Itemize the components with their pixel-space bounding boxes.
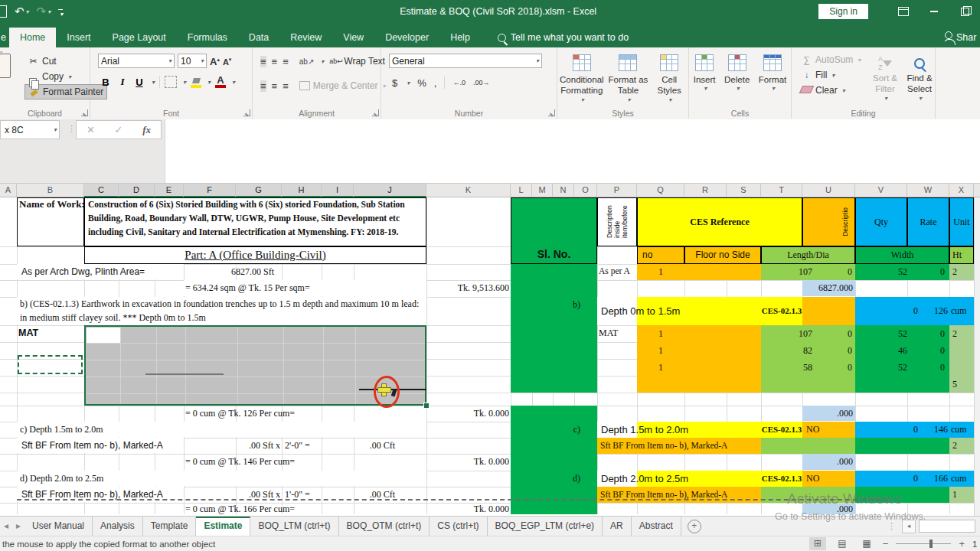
column-header-I[interactable]: I [322, 184, 354, 197]
cell[interactable] [802, 297, 855, 325]
alignment-dialog-launcher[interactable] [372, 109, 379, 116]
cell[interactable]: MAT [17, 325, 83, 341]
comma-button[interactable]: , [434, 77, 437, 89]
cell[interactable]: cum [949, 297, 974, 325]
cell[interactable]: Sft BF From Item no- b), Marked-A [17, 438, 184, 453]
customize-qat-button[interactable] [58, 9, 63, 20]
cell[interactable]: 0 [818, 264, 855, 280]
ribbon-display-options-button[interactable] [888, 0, 919, 23]
cell[interactable]: 1 [637, 359, 684, 376]
cell[interactable]: Tk. 9,513.600 [426, 280, 511, 296]
column-header-A[interactable]: A [0, 184, 17, 197]
cell[interactable]: Rate [907, 197, 949, 246]
sign-in-button[interactable]: Sign in [818, 4, 868, 19]
cell[interactable]: As per A [597, 264, 637, 279]
column-header-B[interactable]: B [17, 184, 84, 197]
zoom-out-button[interactable]: − [883, 538, 889, 549]
cell[interactable]: 0 [915, 264, 949, 280]
align-bottom-icon[interactable]: ≡ [283, 56, 289, 67]
cell[interactable]: 107 [761, 264, 818, 280]
new-sheet-button[interactable]: + [688, 520, 701, 533]
ribbon-tab-data[interactable]: Data [238, 28, 279, 47]
column-header-Q[interactable]: Q [637, 184, 684, 197]
cell[interactable]: Length/Dia [761, 246, 855, 264]
zoom-slider-thumb[interactable] [929, 540, 933, 548]
zoom-level[interactable]: 1 [972, 540, 977, 549]
sheet-nav-left[interactable]: ◂ [0, 517, 12, 536]
cancel-icon[interactable]: ✕ [87, 124, 95, 135]
name-box[interactable]: x 8C [0, 120, 60, 139]
merge-center-button[interactable]: Merge & Center [299, 78, 386, 93]
cell[interactable] [511, 406, 597, 514]
clear-button[interactable]: Clear [798, 83, 864, 98]
sheet-tab-cs-ctrl-t-[interactable]: CS (ctrl+t) [430, 517, 487, 536]
cell[interactable]: Descriptio [838, 197, 854, 246]
zoom-slider[interactable] [896, 543, 951, 545]
cell[interactable] [855, 438, 949, 454]
cell[interactable]: 0 [818, 325, 855, 342]
cell[interactable]: Qty [855, 197, 907, 246]
orientation-button[interactable]: ab↗ [299, 57, 315, 66]
align-middle-icon[interactable]: ≡ [272, 56, 278, 67]
number-dialog-launcher[interactable] [548, 109, 555, 116]
align-right-icon[interactable]: ≡ [283, 80, 289, 92]
insert-function-icon[interactable]: fx [142, 124, 151, 136]
cell[interactable] [761, 376, 855, 393]
cell[interactable]: Sft BF From Item no- b), Marked-A [597, 438, 761, 454]
tab-splitter[interactable]: ⋮ [887, 521, 896, 531]
column-header-H[interactable]: H [282, 184, 322, 197]
cell[interactable]: Description inside item/before [597, 197, 637, 246]
cell[interactable]: NO [802, 422, 855, 438]
undo-button[interactable]: ↶ [15, 0, 29, 24]
tell-me-search[interactable]: Tell me what you want to do [498, 28, 629, 47]
cell[interactable]: 0 [855, 297, 923, 325]
cell[interactable]: 126 [923, 297, 949, 325]
column-header-M[interactable]: M [532, 184, 553, 197]
enter-icon[interactable]: ✓ [115, 124, 123, 135]
cell[interactable]: = 634.24 sqm @ Tk. 15 Per sqm= [184, 280, 426, 296]
cell[interactable]: 2 [949, 264, 974, 280]
autosum-button[interactable]: ∑AutoSum [798, 52, 864, 67]
column-header-O[interactable]: O [574, 184, 597, 197]
column-header-W[interactable]: W [907, 184, 949, 197]
cell[interactable]: CES-02.1.3 [761, 297, 802, 325]
cell[interactable]: Tk. 0.000 [426, 504, 511, 514]
vertical-scrollbar[interactable] [974, 197, 980, 516]
ribbon-tab-developer[interactable]: Developer [374, 28, 439, 47]
font-family-combo[interactable]: Arial [98, 54, 175, 68]
minimize-button[interactable] [919, 0, 949, 23]
font-size-combo[interactable]: 10 [178, 54, 207, 68]
fill-handle[interactable] [423, 403, 430, 409]
share-button[interactable]: Shar [945, 28, 980, 47]
cell[interactable]: 1 [637, 264, 684, 280]
column-header-G[interactable]: G [236, 184, 282, 197]
normal-view-button[interactable]: ⊞ [809, 537, 826, 550]
cell[interactable] [684, 325, 761, 342]
column-header-R[interactable]: R [684, 184, 727, 197]
cell[interactable]: Name of Work: [17, 197, 84, 246]
column-header-E[interactable]: E [155, 184, 184, 197]
underline-button[interactable]: U [133, 77, 145, 88]
cell[interactable]: 6827.000 [802, 280, 855, 296]
cell[interactable] [949, 342, 974, 359]
cell[interactable]: As per Arch Dwg, Plinth Area= [17, 264, 184, 279]
cell[interactable]: CES-02.1.3 [761, 471, 802, 487]
ribbon-tab-insert[interactable]: Insert [56, 28, 101, 47]
cell[interactable]: = 0 cum @ Tk. 166 Per cum= [184, 504, 426, 514]
cell[interactable]: c) [536, 423, 580, 435]
sheet-tab-boq-ltm-ctrl-t-[interactable]: BOQ_LTM (ctrl+t) [250, 517, 338, 536]
ribbon-tab-view[interactable]: View [332, 28, 374, 47]
page-layout-view-button[interactable]: ▤ [834, 537, 851, 550]
column-header-N[interactable]: N [553, 184, 574, 197]
cell[interactable]: 2'-0" = [282, 438, 322, 453]
percent-button[interactable]: % [417, 77, 426, 89]
cell[interactable]: Part: A (Office Building-Civil) [84, 246, 426, 264]
cell[interactable]: 2 [949, 438, 974, 454]
accounting-format-button[interactable]: $ [392, 77, 397, 89]
column-header-S[interactable]: S [727, 184, 761, 197]
restore-button[interactable] [949, 0, 980, 23]
cell[interactable]: Construction of 6 (Six) Storied Building… [84, 197, 426, 246]
fill-button[interactable]: ↓Fill [798, 67, 864, 83]
cell[interactable]: 5 [949, 376, 974, 393]
cell[interactable]: 0 [818, 342, 855, 359]
